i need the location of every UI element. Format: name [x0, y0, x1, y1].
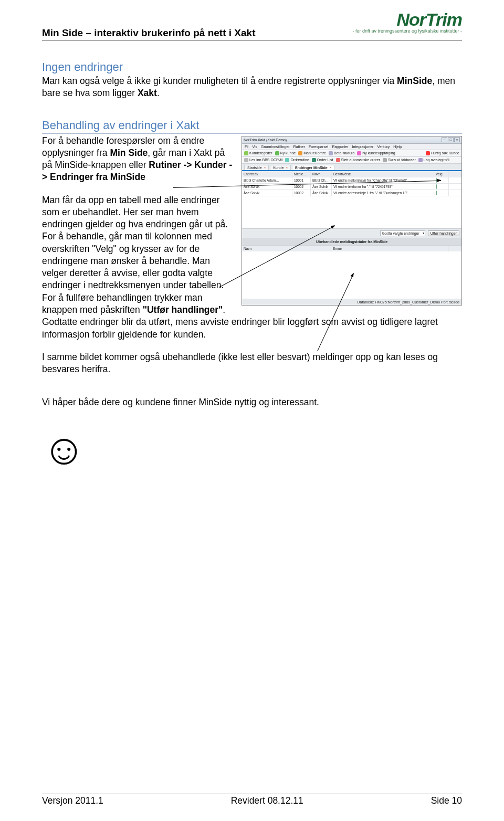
paragraph-closing: Vi håper både dere og kundene finner Min… — [42, 396, 462, 408]
action-bar: Godta valgte endringer Utfør handlinger — [242, 228, 461, 238]
tab-bar: Startside× Kunde× Endringer MinSide× — [242, 164, 461, 171]
footer-version: Versjon 2011.1 — [42, 795, 103, 806]
col-velg[interactable]: Velg — [434, 171, 449, 177]
logo-text: NorTrim — [352, 10, 462, 28]
perform-actions-button[interactable]: Utfør handlinger — [428, 230, 459, 236]
menu-item[interactable]: Vis — [252, 145, 257, 149]
new-user-icon — [275, 151, 279, 155]
toolbar-button[interactable]: Lag avtalegirofil — [418, 158, 449, 162]
messages-table-head: Navn Emne — [242, 246, 461, 251]
menu-item[interactable]: Forespørsel — [309, 145, 328, 149]
toolbar-button[interactable]: Kunderegister — [244, 151, 272, 155]
footer-revised: Revidert 08.12.11 — [231, 795, 303, 806]
menu-item[interactable]: Rutiner — [293, 145, 305, 149]
status-text: Database: HKC75:Nortrim_2009_Customer_De… — [357, 300, 459, 304]
paragraph-same-screen: I samme bildet kommer også ubehandlede (… — [42, 351, 462, 376]
window-title: NorTrim Xakt (Xakt Demo) — [244, 138, 287, 142]
page-footer: Versjon 2011.1 Revidert 08.12.11 Side 10 — [42, 794, 462, 806]
list-icon — [312, 158, 316, 162]
col-navn[interactable]: Navn — [311, 171, 332, 177]
screenshot-window: NorTrim Xakt (Xakt Demo) – □ × Fil Vis G… — [242, 136, 462, 306]
order-routine-icon — [285, 158, 289, 162]
delete-icon — [336, 158, 340, 162]
col-beskrivelse[interactable]: Beskrivelse — [332, 171, 434, 177]
maximize-icon[interactable]: □ — [448, 137, 454, 142]
tab-endringer-minside[interactable]: Endringer MinSide× — [292, 165, 334, 170]
heading-behandling: Behandling av endringer i Xakt — [42, 119, 462, 134]
smiley-icon: ☺ — [42, 425, 462, 474]
col-endret-av[interactable]: Endret av — [242, 171, 292, 177]
paragraph-ingen-endringer: Man kan også velge å ikke gi kunder muli… — [42, 75, 462, 100]
toolbar-button[interactable]: Skriv ut fakturaer — [383, 158, 416, 162]
order-icon — [298, 151, 302, 155]
toolbar-button[interactable]: Ny kunde — [275, 151, 296, 155]
toolbar-button[interactable]: Les inn BBS OCR-fil — [244, 158, 282, 162]
search-icon — [426, 151, 430, 155]
user-icon — [244, 151, 248, 155]
menu-item[interactable]: Fil — [245, 145, 248, 149]
minimize-icon[interactable]: – — [442, 137, 447, 142]
velg-checkbox[interactable] — [436, 191, 437, 195]
menu-item[interactable]: Verktøy — [377, 145, 390, 149]
action-dropdown[interactable]: Godta valgte endringer — [380, 230, 425, 236]
logo: NorTrim - for drift av treningssentere o… — [352, 10, 462, 34]
logo-subtitle: - for drift av treningssentere og fysika… — [352, 28, 462, 34]
col-medlemsnr[interactable]: Medlemsnr — [292, 171, 311, 177]
velg-checkbox[interactable] — [436, 184, 437, 189]
toolbar-button[interactable]: Manuell ordre — [298, 151, 326, 155]
toolbar-button[interactable]: Slett automatiske ordrer — [336, 158, 380, 162]
pay-icon — [329, 151, 333, 155]
menu-item[interactable]: Integrasjoner — [352, 145, 374, 149]
footer-page: Side 10 — [431, 795, 462, 806]
page-header: Min Side – interaktiv brukerinfo på nett… — [42, 10, 462, 40]
toolbar-button[interactable]: Ordrerutine — [285, 158, 309, 162]
print-icon — [383, 158, 387, 162]
agreement-icon — [418, 158, 423, 162]
heading-ingen-endringer: Ingen endringer — [42, 60, 462, 74]
file-icon — [244, 158, 248, 162]
toolbar-2: Les inn BBS OCR-fil Ordrerutine Order Li… — [242, 157, 461, 164]
changes-table: Endret av Medlemsnr Navn Beskrivelse Vel… — [242, 171, 461, 228]
sub-section-title: Ubehandlede meldingstråder fra MinSide — [242, 238, 461, 246]
menu-item[interactable]: Hjelp — [393, 145, 402, 149]
toolbar-button[interactable]: Order List — [312, 158, 333, 162]
toolbar-button[interactable]: Hurtig søk Kunde — [426, 151, 459, 155]
tab-kunde[interactable]: Kunde× — [270, 165, 291, 170]
menu-item[interactable]: Grunninnstillinger — [261, 145, 289, 149]
toolbar-button[interactable]: Ny kundeoppfølging — [357, 151, 395, 155]
tab-startside[interactable]: Startside× — [244, 165, 269, 170]
followup-icon — [357, 151, 361, 155]
window-titlebar: NorTrim Xakt (Xakt Demo) – □ × — [242, 136, 461, 144]
table-row[interactable]: Åse Solvik 10002 Åse Solvik Vil endre ad… — [242, 190, 461, 196]
toolbar-button[interactable]: Betal faktura — [329, 151, 354, 155]
col-emne[interactable]: Emne — [331, 246, 449, 251]
menu-item[interactable]: Rapporter — [332, 145, 348, 149]
status-bar: Database: HKC75:Nortrim_2009_Customer_De… — [242, 299, 461, 305]
toolbar-1: Kunderegister Ny kunde Manuell ordre Bet… — [242, 150, 461, 157]
menu-bar: Fil Vis Grunninnstillinger Rutiner Fores… — [242, 144, 461, 150]
doc-title: Min Side – interaktiv brukerinfo på nett… — [42, 10, 255, 39]
close-icon[interactable]: × — [454, 137, 460, 142]
